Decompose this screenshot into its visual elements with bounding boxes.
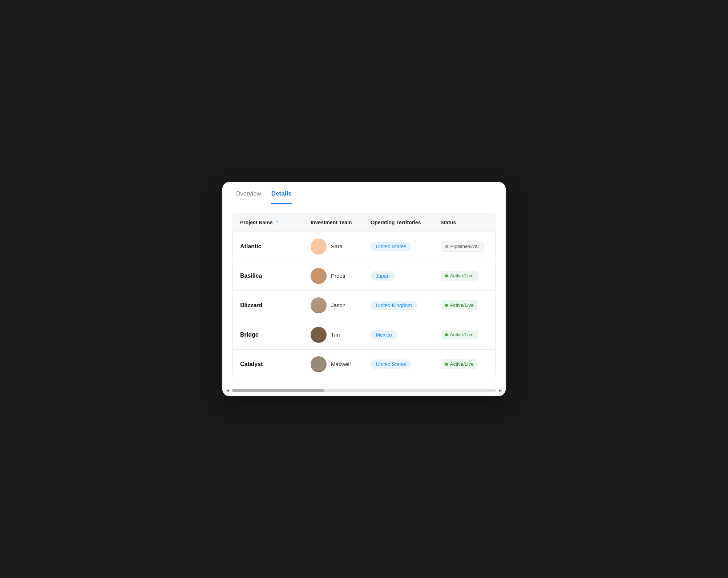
col-header-status[interactable]: Status [433,213,495,232]
horizontal-scrollbar: ◀ ▶ [222,385,506,396]
status-dot-icon [445,363,448,366]
table-wrapper: Project Name ↑ Investment Team Operating… [232,213,496,379]
cell-territory: United States [363,232,433,261]
status-dot-icon [445,245,448,248]
scrollbar-thumb[interactable] [232,389,324,392]
status-dot-icon [445,274,448,277]
cell-project-name: Atlantic [233,232,303,261]
tab-details[interactable]: Details [271,190,292,204]
table-row[interactable]: Bridge Tim Mexico Active/Live [233,320,495,349]
avatar [311,356,327,372]
cell-team-member: Tim [303,320,363,349]
avatar [311,238,327,254]
cell-project-name: Bridge [233,320,303,349]
cell-territory: United Kingdom [363,290,433,320]
avatar [311,268,327,284]
cell-project-name: Basilica [233,261,303,290]
cell-team-member: Preeti [303,261,363,290]
main-card: Overview Details Project Name ↑ Investme… [222,182,506,396]
cell-territory: United States [363,349,433,379]
scroll-right-arrow[interactable]: ▶ [499,388,502,393]
col-header-operating-territories[interactable]: Operating Territories [363,213,433,232]
status-dot-icon [445,333,448,336]
sort-icon[interactable]: ↑ [275,219,278,226]
table-row[interactable]: Basilica Preeti Japan Active/Live [233,261,495,290]
avatar [311,297,327,313]
cell-project-name: Catalyst [233,349,303,379]
tabs-container: Overview Details [222,182,506,204]
cell-status: Active/Live [433,261,495,290]
table-row[interactable]: Atlantic Sara United States Pipeline/Eva… [233,232,495,261]
col-header-project-name[interactable]: Project Name ↑ [233,213,303,232]
cell-status: Active/Live [433,349,495,379]
data-table: Project Name ↑ Investment Team Operating… [233,213,495,379]
avatar [311,327,327,343]
cell-status: Active/Live [433,290,495,320]
tab-overview[interactable]: Overview [235,190,261,204]
cell-team-member: Maxwell [303,349,363,379]
cell-territory: Mexico [363,320,433,349]
scroll-left-arrow[interactable]: ◀ [226,388,229,393]
cell-status: Active/Live [433,320,495,349]
table-row[interactable]: Catalyst Maxwell United States Active/Li… [233,349,495,379]
cell-project-name: Blizzard [233,290,303,320]
cell-status: Pipeline/Eval [433,232,495,261]
scrollbar-track[interactable] [232,389,496,392]
table-row[interactable]: Blizzard Jason United Kingdom Active/Liv… [233,290,495,320]
col-header-investment-team[interactable]: Investment Team [303,213,363,232]
table-header-row: Project Name ↑ Investment Team Operating… [233,213,495,232]
cell-territory: Japan [363,261,433,290]
status-dot-icon [445,304,448,307]
cell-team-member: Jason [303,290,363,320]
cell-team-member: Sara [303,232,363,261]
